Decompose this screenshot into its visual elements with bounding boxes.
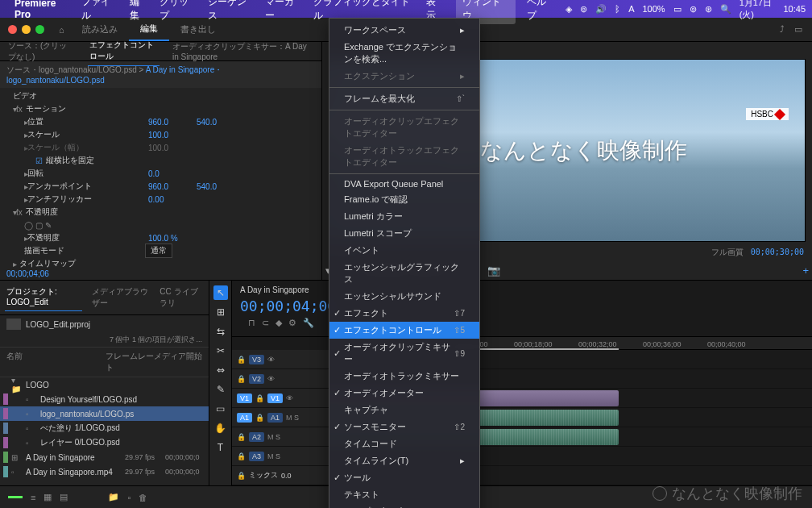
anchor-y[interactable]: 540.0 xyxy=(197,182,245,191)
tab-media-browser[interactable]: メディアブラウザー xyxy=(90,284,151,311)
linked-selection-icon[interactable]: ⊂ xyxy=(262,318,269,328)
rotation-value[interactable]: 0.0 xyxy=(148,169,197,178)
blend-mode-dropdown[interactable]: 通常 xyxy=(145,244,172,258)
track-a1[interactable]: A1 xyxy=(267,413,283,423)
new-item-icon[interactable]: ▫ xyxy=(127,493,130,502)
settings-icon[interactable]: ⚙ xyxy=(288,318,296,328)
menu-help[interactable]: ヘルプ xyxy=(527,0,554,23)
track-a2[interactable]: A2 xyxy=(249,432,264,442)
project-item[interactable]: ▫レイヤー 0/LOGO.psd xyxy=(0,435,209,450)
razor-tool[interactable]: ✂ xyxy=(213,344,228,358)
menu-item-[interactable]: エッセンシャルグラフィックス xyxy=(329,259,479,288)
project-item[interactable]: ▫Design Yourself/LOGO.psd xyxy=(0,392,209,406)
menu-item-[interactable]: タイムコード xyxy=(329,435,479,452)
menu-item-[interactable]: イベント xyxy=(329,242,479,259)
menu-item-[interactable]: ✓エフェクトコントロール⇧5 xyxy=(329,322,479,339)
type-tool[interactable]: T xyxy=(213,440,228,455)
quick-export-icon[interactable]: ⤴ xyxy=(780,24,785,35)
menubar-date[interactable]: 1月17日(火) xyxy=(740,0,776,21)
menu-item-[interactable]: キャプチャ xyxy=(329,402,479,418)
col-framerate[interactable]: フレームレート xyxy=(106,351,154,373)
opacity-value[interactable]: 100.0 % xyxy=(148,234,197,243)
track-a3[interactable]: A3 xyxy=(249,452,264,461)
menu-item-dvaexportqueuepanel[interactable]: DVA Export Queue Panel xyxy=(329,177,479,191)
wifi-icon[interactable]: ⊚ xyxy=(690,4,697,15)
maximize-window-button[interactable] xyxy=(35,25,44,34)
close-window-button[interactable] xyxy=(8,25,17,34)
timeremap-effect[interactable]: タイムリマップ xyxy=(19,258,140,269)
ripple-edit-tool[interactable]: ⇆ xyxy=(213,324,228,339)
col-name[interactable]: 名前 xyxy=(6,351,106,373)
button-editor[interactable]: + xyxy=(802,264,809,277)
hand-tool[interactable]: ✋ xyxy=(213,421,228,435)
new-bin-icon[interactable]: 📁 xyxy=(108,492,119,502)
menubar-time[interactable]: 10:45 xyxy=(783,4,806,14)
menu-item-[interactable]: ✓ツール xyxy=(329,469,479,486)
track-v3[interactable]: V3 xyxy=(249,355,264,364)
input-icon[interactable]: A xyxy=(628,4,634,14)
trash-icon[interactable]: 🗑 xyxy=(139,493,147,502)
menu-item-frameio[interactable]: Frame.io で確認 xyxy=(329,191,479,208)
menu-item-[interactable]: ワークスペース▸ xyxy=(329,22,479,39)
opacity-effect[interactable]: 不透明度 xyxy=(26,206,147,218)
menu-item-[interactable]: テキスト xyxy=(329,486,479,503)
project-item[interactable]: ▫logo_nantonaku/LOGO.ps xyxy=(0,406,209,421)
cc-icon[interactable]: ◈ xyxy=(566,4,572,15)
menu-item-[interactable]: オーディオトラックミキサー xyxy=(329,368,479,385)
position-x[interactable]: 960.0 xyxy=(148,118,197,127)
quality-dropdown[interactable]: フル画質 xyxy=(711,248,744,256)
selection-tool[interactable]: ↖ xyxy=(213,285,228,300)
aspect-checkbox[interactable]: ☑ xyxy=(35,156,43,165)
wrench-icon[interactable]: 🔧 xyxy=(303,318,314,328)
scale-value[interactable]: 100.0 xyxy=(148,131,197,139)
control-center-icon[interactable]: ⊛ xyxy=(705,4,712,15)
slip-tool[interactable]: ⇔ xyxy=(213,363,228,377)
snap-icon[interactable]: ⊓ xyxy=(248,318,255,328)
volume-icon[interactable]: 🔊 xyxy=(595,4,607,15)
project-item[interactable]: ▫A Day in Singapore.mp429.97 fps00;00;00… xyxy=(0,464,209,479)
col-media-start[interactable]: メディア開始 xyxy=(154,351,202,373)
project-item[interactable]: ▾ 📁LOGO xyxy=(0,377,209,392)
menu-item-lumetri[interactable]: Lumetri スコープ xyxy=(329,225,479,242)
menu-item-lumetri[interactable]: Lumetri カラー xyxy=(329,208,479,225)
menu-item-exchange[interactable]: Exchange でエクステンションを検索... xyxy=(329,39,479,68)
minimize-window-button[interactable] xyxy=(22,25,31,34)
list-view-icon[interactable]: ≡ xyxy=(31,493,35,502)
workspace-menu-icon[interactable]: ▭ xyxy=(794,24,802,35)
tab-project[interactable]: プロジェクト: LOGO_Edit xyxy=(5,284,82,311)
tab-cc-libraries[interactable]: CC ライブラリ xyxy=(158,284,204,311)
cloud-icon[interactable]: ⊚ xyxy=(580,4,587,15)
track-v1[interactable]: V1 xyxy=(267,393,283,403)
tab-audio-mixer[interactable]: オーディオクリップミキサー：A Day in Singapore xyxy=(171,38,315,65)
menu-marker[interactable]: マーカー xyxy=(265,0,302,23)
menu-item-[interactable]: ✓エフェクト⇧7 xyxy=(329,305,479,322)
menu-item-t[interactable]: タイムライン(T)▸ xyxy=(329,452,479,469)
menu-item-[interactable]: ✓オーディオクリップミキサー⇧9 xyxy=(329,339,479,368)
timeline-timecode[interactable]: 00;00;04;06 xyxy=(240,298,804,314)
project-item[interactable]: ▫べた塗り 1/LOGO.psd xyxy=(0,421,209,435)
track-v2[interactable]: V2 xyxy=(249,374,264,384)
tab-source[interactable]: ソース：(クリップなし) xyxy=(6,37,77,66)
export-frame-button[interactable]: 📷 xyxy=(487,264,500,277)
project-item[interactable]: ⊞A Day in Singapore29.97 fps00;00;00;0 xyxy=(0,450,209,464)
marker-icon[interactable]: ◆ xyxy=(276,318,282,328)
track-select-tool[interactable]: ⊞ xyxy=(213,305,228,319)
bluetooth-icon[interactable]: ᛒ xyxy=(615,4,620,14)
menu-item-[interactable]: ✓オーディオメーター xyxy=(329,385,479,402)
ws-tab-export[interactable]: 書き出し xyxy=(169,19,227,40)
search-icon[interactable]: 🔍 xyxy=(720,4,731,15)
icon-view-icon[interactable]: ▦ xyxy=(44,492,52,502)
menu-item-[interactable]: ✓ソースモニター⇧2 xyxy=(329,418,479,435)
tab-effect-controls[interactable]: エフェクトコントロール xyxy=(88,36,160,66)
anchor-x[interactable]: 960.0 xyxy=(148,182,197,191)
position-y[interactable]: 540.0 xyxy=(197,118,245,127)
freeform-view-icon[interactable]: ▤ xyxy=(60,492,68,502)
menu-item-[interactable]: エッセンシャルサウンド xyxy=(329,288,479,305)
menu-item-[interactable]: フレームを最大化⇧` xyxy=(329,90,479,107)
pen-tool[interactable]: ✎ xyxy=(213,382,228,397)
rectangle-tool[interactable]: ▭ xyxy=(213,402,228,416)
menu-item-[interactable]: テープへ書き出し xyxy=(329,503,479,508)
sequence-name[interactable]: A Day in Singapore xyxy=(240,285,804,294)
home-icon[interactable]: ⌂ xyxy=(59,25,64,35)
motion-effect[interactable]: モーション xyxy=(26,103,147,115)
